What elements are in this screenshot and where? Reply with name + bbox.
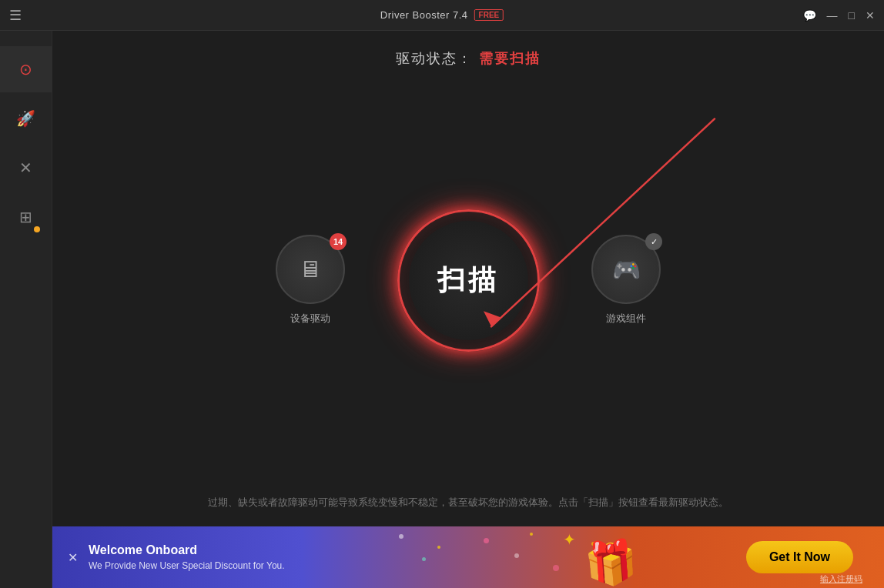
banner-text-area: Welcome Onboard We Provide New User Spec… bbox=[89, 543, 746, 571]
sidebar-item-driver[interactable]: ⊙ bbox=[0, 46, 52, 92]
message-icon[interactable]: 💬 bbox=[803, 9, 816, 22]
banner-close-button[interactable]: ✕ bbox=[68, 550, 78, 565]
register-code-link[interactable]: 输入注册码 bbox=[820, 573, 862, 585]
scan-label: 扫描 bbox=[437, 262, 499, 299]
apps-icon: ⊞ bbox=[19, 208, 32, 226]
scan-outer: 扫描 bbox=[391, 203, 545, 357]
gift-icon: 🎁 bbox=[582, 536, 639, 588]
sparkle-2: ✦ bbox=[591, 546, 599, 556]
titlebar: ☰ Driver Booster 7.4 FREE 💬 — □ ✕ bbox=[0, 0, 884, 31]
confetti-5 bbox=[530, 533, 533, 536]
game-component-button[interactable]: 🎮 ✓ bbox=[591, 235, 661, 304]
minimize-button[interactable]: — bbox=[827, 9, 838, 22]
sidebar-item-tools[interactable]: ✕ bbox=[0, 145, 52, 191]
confetti-6 bbox=[514, 553, 519, 558]
confetti-3 bbox=[484, 538, 489, 543]
sidebar-item-apps[interactable]: ⊞ bbox=[0, 194, 52, 240]
main-content: 驱动状态： 需要扫描 🖥 14 设备驱动 bbox=[52, 31, 884, 588]
confetti-2 bbox=[437, 546, 440, 549]
menu-icon[interactable]: ☰ bbox=[9, 7, 22, 24]
apps-dot bbox=[34, 226, 40, 232]
driver-badge-count: 14 bbox=[330, 233, 347, 250]
device-driver-button[interactable]: 🖥 14 bbox=[276, 235, 345, 304]
bottom-banner: 🎁 ✦ ✦ ✕ Welcome Onboard We Provide New U… bbox=[52, 526, 884, 588]
game-component-section: 🎮 ✓ 游戏组件 bbox=[591, 235, 661, 326]
device-driver-section: 🖥 14 设备驱动 bbox=[276, 235, 345, 326]
sparkle-1: ✦ bbox=[563, 530, 576, 549]
confetti-1 bbox=[399, 534, 403, 539]
gamepad-icon: 🎮 bbox=[612, 256, 641, 283]
driver-icon: ⊙ bbox=[19, 60, 32, 79]
scan-button[interactable]: 扫描 bbox=[409, 221, 528, 340]
app-title: Driver Booster 7.4 bbox=[380, 9, 468, 21]
maximize-button[interactable]: □ bbox=[849, 9, 855, 22]
titlebar-center: Driver Booster 7.4 FREE bbox=[380, 9, 504, 21]
confetti-8 bbox=[553, 565, 559, 571]
sidebar-item-boost[interactable]: 🚀 bbox=[0, 95, 52, 142]
close-button[interactable]: ✕ bbox=[866, 9, 875, 22]
boost-icon: 🚀 bbox=[16, 109, 35, 128]
get-it-now-button[interactable]: Get It Now bbox=[746, 541, 853, 573]
status-label: 驱动状态： bbox=[396, 51, 473, 66]
titlebar-left: ☰ bbox=[9, 7, 22, 24]
free-badge: FREE bbox=[474, 9, 504, 21]
confetti-4 bbox=[422, 557, 426, 561]
scan-button-wrapper: 扫描 bbox=[391, 203, 545, 357]
game-component-label: 游戏组件 bbox=[606, 312, 646, 326]
sidebar: ⊙ 🚀 ✕ ⊞ bbox=[0, 31, 52, 588]
monitor-icon: 🖥 bbox=[299, 256, 322, 282]
game-check-badge: ✓ bbox=[645, 233, 662, 250]
main-layout: ⊙ 🚀 ✕ ⊞ 驱动状态： 需要扫描 bbox=[0, 31, 884, 588]
device-driver-label: 设备驱动 bbox=[290, 312, 330, 326]
scanner-area: 🖥 14 设备驱动 扫描 🎮 ✓ 游 bbox=[52, 68, 884, 493]
titlebar-right: 💬 — □ ✕ bbox=[803, 9, 875, 22]
tools-icon: ✕ bbox=[19, 159, 32, 177]
status-value: 需要扫描 bbox=[479, 51, 541, 66]
banner-title: Welcome Onboard bbox=[89, 543, 746, 557]
description-text: 过期、缺失或者故障驱动可能导致系统变慢和不稳定，甚至破坏您的游戏体验。点击「扫描… bbox=[52, 493, 884, 526]
banner-subtitle: We Provide New User Special Discount for… bbox=[89, 560, 746, 571]
